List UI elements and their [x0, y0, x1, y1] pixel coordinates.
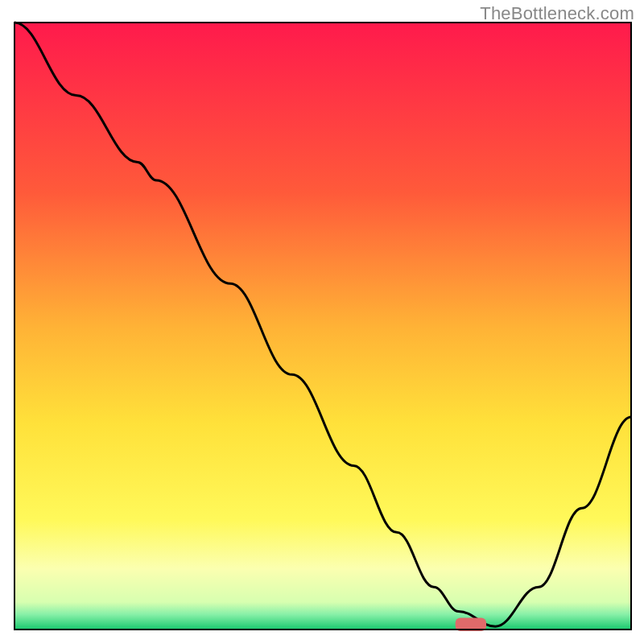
chart-canvas: [0, 0, 644, 644]
watermark-text: TheBottleneck.com: [480, 3, 634, 24]
bottleneck-chart: TheBottleneck.com: [0, 0, 644, 644]
chart-background: [14, 23, 631, 630]
